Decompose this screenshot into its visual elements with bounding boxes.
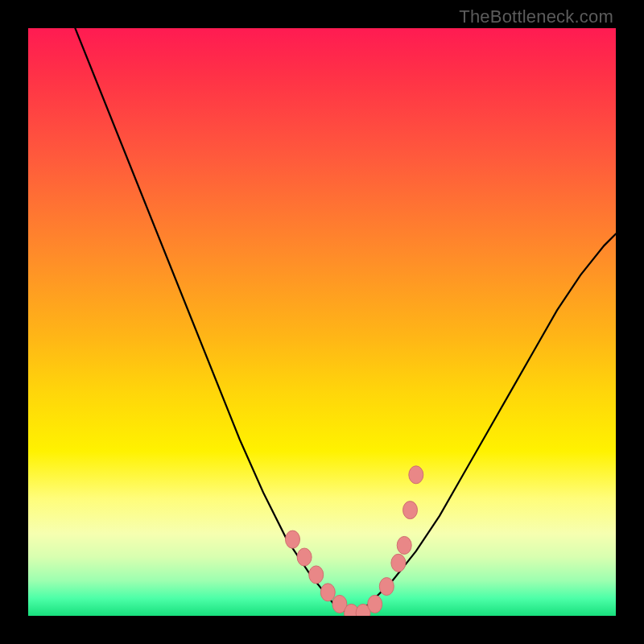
plot-area [28,28,616,616]
curve-marker [368,595,382,613]
curve-right-branch [352,234,617,617]
curve-marker [379,578,394,596]
curve-marker [409,466,423,484]
curve-group [75,28,616,616]
watermark-text: TheBottleneck.com [459,6,613,27]
curve-marker [403,502,418,519]
marker-group [286,466,423,616]
curve-left-branch [75,28,351,616]
curve-marker [320,584,335,601]
curve-marker [309,566,324,584]
chart-frame: TheBottleneck.com [0,0,644,644]
chart-svg [28,28,616,616]
curve-marker [391,554,406,572]
curve-marker [286,530,300,548]
curve-marker [297,548,312,566]
curve-marker [397,536,411,554]
